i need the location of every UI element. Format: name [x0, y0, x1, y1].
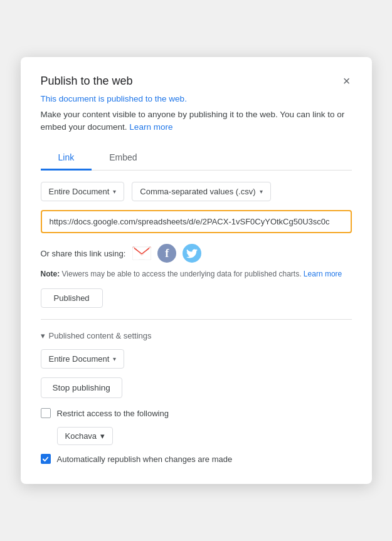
tab-bar: Link Embed: [41, 146, 352, 171]
settings-entire-document-btn[interactable]: Entire Document ▾: [41, 349, 125, 369]
tab-embed[interactable]: Embed: [92, 146, 154, 171]
chevron-down-icon3: ▾: [113, 355, 116, 362]
publish-to-web-modal: Publish to the web × This document is pu…: [21, 57, 372, 485]
format-dropdown[interactable]: Comma-separated values (.csv) ▾: [132, 182, 270, 201]
section-label-text: Published content & settings: [49, 331, 152, 340]
gmail-share-button[interactable]: [132, 243, 152, 263]
share-label: Or share this link using:: [41, 249, 126, 258]
dropdowns-row: Entire Document ▾ Comma-separated values…: [41, 182, 352, 201]
auto-republish-checkbox[interactable]: [41, 454, 51, 464]
kochava-dropdown-row: Kochava ▾: [57, 427, 352, 445]
settings-section-label[interactable]: ▾ Published content & settings: [41, 331, 352, 340]
chevron-down-icon4: ▾: [100, 431, 105, 441]
format-label: Comma-separated values (.csv): [140, 187, 255, 196]
divider: [41, 319, 352, 320]
entire-document-dropdown[interactable]: Entire Document ▾: [41, 182, 125, 201]
kochava-label: Kochava: [65, 431, 97, 441]
auto-republish-label: Automatically republish when changes are…: [57, 454, 233, 464]
share-row: Or share this link using: f: [41, 243, 352, 263]
arrow-icon: ▾: [41, 331, 45, 340]
auto-republish-row: Automatically republish when changes are…: [41, 454, 352, 464]
facebook-share-button[interactable]: f: [157, 243, 177, 263]
note-body: Viewers may be able to access the underl…: [62, 270, 302, 278]
close-button[interactable]: ×: [342, 75, 352, 87]
note-bold: Note:: [41, 270, 60, 278]
restrict-access-label: Restrict access to the following: [57, 409, 169, 418]
kochava-dropdown-btn[interactable]: Kochava ▾: [57, 427, 114, 445]
learn-more-link[interactable]: Learn more: [129, 122, 172, 132]
description-text: Make your content visible to anyone by p…: [41, 108, 352, 134]
published-btn-row: Published: [41, 288, 352, 308]
chevron-down-icon: ▾: [113, 188, 116, 195]
share-icons: f: [132, 243, 202, 263]
note-text: Note: Viewers may be able to access the …: [41, 270, 352, 278]
chevron-down-icon2: ▾: [260, 188, 263, 195]
restrict-access-checkbox[interactable]: [41, 408, 51, 418]
twitter-share-button[interactable]: [182, 243, 202, 263]
twitter-icon: [183, 244, 201, 263]
published-button[interactable]: Published: [41, 288, 103, 308]
learn-more-link2[interactable]: Learn more: [304, 270, 342, 278]
settings-entire-document-dropdown: Entire Document ▾: [41, 349, 352, 369]
modal-title: Publish to the web: [41, 75, 133, 88]
modal-header: Publish to the web ×: [41, 75, 352, 88]
checkmark-icon: [42, 456, 49, 463]
restrict-access-row: Restrict access to the following: [41, 408, 352, 418]
tab-link[interactable]: Link: [41, 146, 92, 171]
stop-publishing-button[interactable]: Stop publishing: [41, 377, 122, 398]
url-display[interactable]: https://docs.google.com/spreadsheets/d/e…: [41, 210, 352, 233]
facebook-icon: f: [157, 244, 176, 263]
published-status: This document is published to the web.: [41, 94, 352, 103]
settings-entire-document-label: Entire Document: [49, 354, 110, 364]
entire-document-label: Entire Document: [49, 187, 110, 196]
